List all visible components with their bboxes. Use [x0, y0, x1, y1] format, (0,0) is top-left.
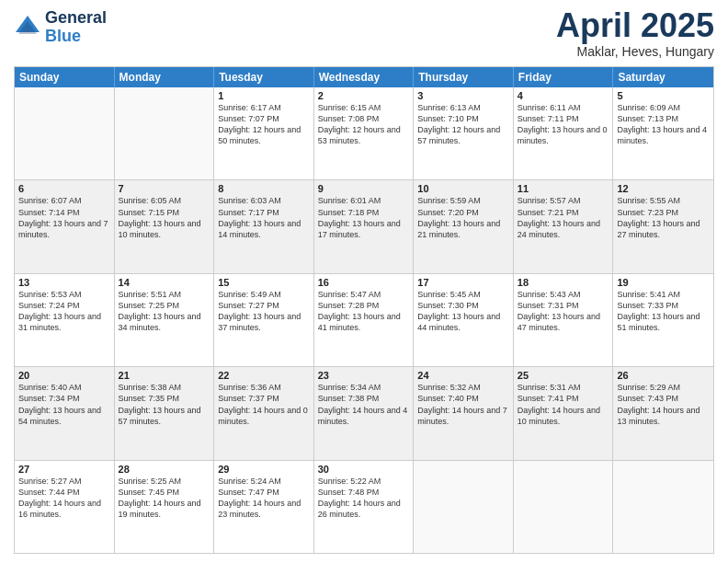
day-number: 26: [617, 370, 710, 381]
calendar-cell: 29Sunrise: 5:24 AM Sunset: 7:47 PM Dayli…: [214, 461, 314, 553]
month-title: April 2025: [556, 9, 714, 42]
calendar-week-5: 27Sunrise: 5:27 AM Sunset: 7:44 PM Dayli…: [15, 461, 713, 553]
calendar-header-tuesday: Tuesday: [214, 67, 314, 87]
cell-info: Sunrise: 5:59 AM Sunset: 7:20 PM Dayligh…: [417, 195, 509, 240]
cell-info: Sunrise: 6:01 AM Sunset: 7:18 PM Dayligh…: [318, 195, 410, 240]
cell-info: Sunrise: 6:05 AM Sunset: 7:15 PM Dayligh…: [119, 195, 210, 240]
cell-info: Sunrise: 5:24 AM Sunset: 7:47 PM Dayligh…: [218, 476, 310, 521]
calendar-cell: [115, 87, 215, 179]
calendar-cell: 13Sunrise: 5:53 AM Sunset: 7:24 PM Dayli…: [15, 274, 115, 366]
day-number: 25: [518, 370, 609, 381]
calendar-cell: 28Sunrise: 5:25 AM Sunset: 7:45 PM Dayli…: [115, 461, 215, 553]
day-number: 8: [218, 183, 310, 194]
calendar-cell: 9Sunrise: 6:01 AM Sunset: 7:18 PM Daylig…: [314, 180, 415, 272]
day-number: 18: [518, 277, 609, 288]
day-number: 2: [318, 90, 410, 101]
day-number: 5: [617, 90, 710, 101]
day-number: 7: [119, 183, 210, 194]
calendar-week-1: 1Sunrise: 6:17 AM Sunset: 7:07 PM Daylig…: [15, 87, 713, 180]
cell-info: Sunrise: 5:29 AM Sunset: 7:43 PM Dayligh…: [617, 382, 710, 427]
logo: General Blue: [14, 9, 107, 46]
day-number: 6: [18, 183, 110, 194]
calendar-header-monday: Monday: [115, 67, 215, 87]
calendar: SundayMondayTuesdayWednesdayThursdayFrid…: [14, 66, 714, 554]
calendar-header-saturday: Saturday: [613, 67, 713, 87]
day-number: 28: [119, 464, 210, 475]
calendar-cell: 19Sunrise: 5:41 AM Sunset: 7:33 PM Dayli…: [613, 274, 713, 366]
calendar-cell: 2Sunrise: 6:15 AM Sunset: 7:08 PM Daylig…: [314, 87, 415, 179]
calendar-cell: 25Sunrise: 5:31 AM Sunset: 7:41 PM Dayli…: [514, 367, 614, 459]
cell-info: Sunrise: 5:40 AM Sunset: 7:34 PM Dayligh…: [18, 382, 110, 427]
cell-info: Sunrise: 6:07 AM Sunset: 7:14 PM Dayligh…: [18, 195, 110, 240]
calendar-body: 1Sunrise: 6:17 AM Sunset: 7:07 PM Daylig…: [15, 87, 713, 553]
calendar-cell: 17Sunrise: 5:45 AM Sunset: 7:30 PM Dayli…: [414, 274, 514, 366]
calendar-cell: 14Sunrise: 5:51 AM Sunset: 7:25 PM Dayli…: [115, 274, 215, 366]
day-number: 4: [518, 90, 609, 101]
page: General Blue April 2025 Maklar, Heves, H…: [0, 0, 728, 563]
calendar-header-friday: Friday: [514, 67, 614, 87]
calendar-week-4: 20Sunrise: 5:40 AM Sunset: 7:34 PM Dayli…: [15, 367, 713, 460]
day-number: 10: [417, 183, 509, 194]
calendar-week-3: 13Sunrise: 5:53 AM Sunset: 7:24 PM Dayli…: [15, 274, 713, 367]
day-number: 3: [417, 90, 509, 101]
day-number: 30: [318, 464, 410, 475]
calendar-cell: 11Sunrise: 5:57 AM Sunset: 7:21 PM Dayli…: [514, 180, 614, 272]
calendar-header-sunday: Sunday: [15, 67, 115, 87]
day-number: 9: [318, 183, 410, 194]
calendar-header-wednesday: Wednesday: [314, 67, 415, 87]
calendar-cell: 24Sunrise: 5:32 AM Sunset: 7:40 PM Dayli…: [414, 367, 514, 459]
calendar-cell: [414, 461, 514, 553]
cell-info: Sunrise: 6:15 AM Sunset: 7:08 PM Dayligh…: [318, 102, 410, 147]
calendar-cell: 16Sunrise: 5:47 AM Sunset: 7:28 PM Dayli…: [314, 274, 415, 366]
cell-info: Sunrise: 5:51 AM Sunset: 7:25 PM Dayligh…: [119, 289, 210, 334]
header: General Blue April 2025 Maklar, Heves, H…: [14, 9, 714, 59]
day-number: 11: [518, 183, 609, 194]
calendar-cell: 8Sunrise: 6:03 AM Sunset: 7:17 PM Daylig…: [214, 180, 314, 272]
day-number: 20: [18, 370, 110, 381]
calendar-cell: 23Sunrise: 5:34 AM Sunset: 7:38 PM Dayli…: [314, 367, 415, 459]
calendar-cell: 1Sunrise: 6:17 AM Sunset: 7:07 PM Daylig…: [214, 87, 314, 179]
calendar-cell: [514, 461, 614, 553]
cell-info: Sunrise: 5:53 AM Sunset: 7:24 PM Dayligh…: [18, 289, 110, 334]
logo-line2: Blue: [45, 28, 107, 46]
calendar-cell: 3Sunrise: 6:13 AM Sunset: 7:10 PM Daylig…: [414, 87, 514, 179]
logo-text: General Blue: [45, 9, 107, 46]
cell-info: Sunrise: 5:57 AM Sunset: 7:21 PM Dayligh…: [518, 195, 609, 240]
calendar-header: SundayMondayTuesdayWednesdayThursdayFrid…: [15, 67, 713, 87]
day-number: 15: [218, 277, 310, 288]
calendar-cell: 30Sunrise: 5:22 AM Sunset: 7:48 PM Dayli…: [314, 461, 415, 553]
calendar-cell: 26Sunrise: 5:29 AM Sunset: 7:43 PM Dayli…: [613, 367, 713, 459]
calendar-cell: [15, 87, 115, 179]
location-subtitle: Maklar, Heves, Hungary: [556, 44, 714, 59]
cell-info: Sunrise: 5:36 AM Sunset: 7:37 PM Dayligh…: [218, 382, 310, 427]
cell-info: Sunrise: 5:31 AM Sunset: 7:41 PM Dayligh…: [518, 382, 609, 427]
cell-info: Sunrise: 6:09 AM Sunset: 7:13 PM Dayligh…: [617, 102, 710, 147]
cell-info: Sunrise: 5:49 AM Sunset: 7:27 PM Dayligh…: [218, 289, 310, 334]
cell-info: Sunrise: 5:32 AM Sunset: 7:40 PM Dayligh…: [417, 382, 509, 427]
calendar-cell: 6Sunrise: 6:07 AM Sunset: 7:14 PM Daylig…: [15, 180, 115, 272]
cell-info: Sunrise: 5:41 AM Sunset: 7:33 PM Dayligh…: [617, 289, 710, 334]
day-number: 29: [218, 464, 310, 475]
day-number: 24: [417, 370, 509, 381]
calendar-cell: 10Sunrise: 5:59 AM Sunset: 7:20 PM Dayli…: [414, 180, 514, 272]
calendar-week-2: 6Sunrise: 6:07 AM Sunset: 7:14 PM Daylig…: [15, 180, 713, 273]
cell-info: Sunrise: 6:03 AM Sunset: 7:17 PM Dayligh…: [218, 195, 310, 240]
cell-info: Sunrise: 6:11 AM Sunset: 7:11 PM Dayligh…: [518, 102, 609, 147]
calendar-cell: 18Sunrise: 5:43 AM Sunset: 7:31 PM Dayli…: [514, 274, 614, 366]
day-number: 27: [18, 464, 110, 475]
calendar-cell: 12Sunrise: 5:55 AM Sunset: 7:23 PM Dayli…: [613, 180, 713, 272]
cell-info: Sunrise: 5:22 AM Sunset: 7:48 PM Dayligh…: [318, 476, 410, 521]
cell-info: Sunrise: 5:43 AM Sunset: 7:31 PM Dayligh…: [518, 289, 609, 334]
cell-info: Sunrise: 5:27 AM Sunset: 7:44 PM Dayligh…: [18, 476, 110, 521]
day-number: 13: [18, 277, 110, 288]
day-number: 16: [318, 277, 410, 288]
day-number: 22: [218, 370, 310, 381]
calendar-cell: 27Sunrise: 5:27 AM Sunset: 7:44 PM Dayli…: [15, 461, 115, 553]
cell-info: Sunrise: 5:45 AM Sunset: 7:30 PM Dayligh…: [417, 289, 509, 334]
day-number: 19: [617, 277, 710, 288]
cell-info: Sunrise: 5:55 AM Sunset: 7:23 PM Dayligh…: [617, 195, 710, 240]
day-number: 1: [218, 90, 310, 101]
calendar-cell: 7Sunrise: 6:05 AM Sunset: 7:15 PM Daylig…: [115, 180, 215, 272]
day-number: 14: [119, 277, 210, 288]
calendar-cell: 4Sunrise: 6:11 AM Sunset: 7:11 PM Daylig…: [514, 87, 614, 179]
